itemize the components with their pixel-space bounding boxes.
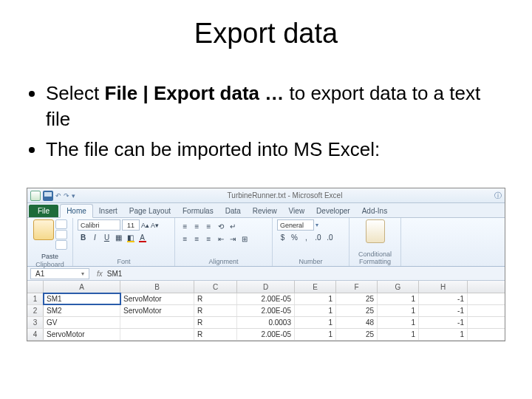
cell[interactable]: 25 [336, 305, 378, 316]
number-format-dropdown-icon[interactable]: ▾ [316, 222, 318, 228]
cell[interactable]: 1 [378, 305, 419, 316]
excel-titlebar: ↶ ↷ ▾ TurbineRunner.txt - Microsoft Exce… [27, 188, 505, 203]
name-box-dropdown-icon[interactable]: ▾ [81, 270, 84, 277]
select-all-cell[interactable] [27, 281, 44, 293]
cell[interactable]: 1 [295, 329, 336, 340]
col-D[interactable]: D [237, 281, 295, 293]
align-center-icon[interactable]: ≡ [191, 233, 202, 245]
cell[interactable]: ServoMotor [120, 305, 194, 316]
cell[interactable]: ServoMotor [120, 293, 194, 304]
qat-dropdown-icon[interactable]: ▾ [72, 192, 75, 200]
cell[interactable]: R [194, 293, 237, 304]
paste-label: Paste [41, 253, 58, 260]
decrease-indent-icon[interactable]: ⇤ [215, 233, 226, 245]
font-size-select[interactable]: 11 [122, 219, 140, 231]
wrap-text-icon[interactable]: ↵ [227, 221, 238, 232]
orientation-icon[interactable]: ⟲ [215, 221, 226, 232]
percent-icon[interactable]: % [289, 232, 300, 243]
increase-font-icon[interactable]: A▴ [141, 222, 149, 229]
row-number[interactable]: 4 [27, 329, 44, 340]
cell[interactable]: -1 [419, 293, 468, 304]
cell[interactable]: 48 [336, 317, 378, 328]
copy-icon[interactable] [55, 230, 67, 239]
cell[interactable]: SM1 [44, 293, 120, 304]
cut-icon[interactable] [55, 219, 67, 229]
save-icon[interactable] [43, 191, 53, 201]
cell[interactable]: SM2 [44, 305, 120, 316]
tab-home[interactable]: Home [60, 204, 93, 218]
decrease-font-icon[interactable]: A▾ [151, 222, 159, 229]
row-number[interactable]: 1 [27, 293, 44, 304]
tab-page-layout[interactable]: Page Layout [123, 205, 177, 217]
cell[interactable]: 1 [378, 293, 419, 304]
cell[interactable]: 1 [419, 329, 468, 340]
cell[interactable]: 1 [378, 317, 419, 328]
cell[interactable]: 2.00E-05 [237, 293, 295, 304]
row-number[interactable]: 2 [27, 305, 44, 316]
bold-button[interactable]: B [78, 232, 89, 243]
align-top-icon[interactable]: ≡ [180, 221, 191, 232]
row-number[interactable]: 3 [27, 317, 44, 328]
cell[interactable]: 2.00E-05 [237, 329, 295, 340]
undo-icon[interactable]: ↶ [55, 192, 61, 200]
help-icon[interactable]: ⓘ [494, 191, 502, 201]
col-H[interactable]: H [419, 281, 468, 293]
tab-file[interactable]: File [29, 205, 58, 217]
cell[interactable]: R [194, 329, 237, 340]
increase-indent-icon[interactable]: ⇥ [227, 233, 238, 245]
cell[interactable]: -1 [419, 305, 468, 316]
cell[interactable]: GV [44, 317, 120, 328]
currency-icon[interactable]: $ [277, 232, 288, 243]
cell[interactable]: R [194, 317, 237, 328]
comma-icon[interactable]: , [301, 232, 312, 243]
font-name-select[interactable]: Calibri [78, 219, 120, 231]
cell[interactable] [120, 329, 194, 340]
cell[interactable]: 25 [336, 329, 378, 340]
align-middle-icon[interactable]: ≡ [191, 221, 202, 232]
decrease-decimal-icon[interactable]: .0 [324, 232, 335, 243]
tab-insert[interactable]: Insert [93, 205, 123, 217]
increase-decimal-icon[interactable]: .0 [313, 232, 324, 243]
tab-review[interactable]: Review [247, 205, 283, 217]
cell[interactable]: 1 [295, 317, 336, 328]
format-painter-icon[interactable] [55, 240, 67, 250]
align-bottom-icon[interactable]: ≡ [203, 221, 214, 232]
cell[interactable]: R [194, 305, 237, 316]
cell[interactable]: ServoMotor [44, 329, 120, 340]
col-G[interactable]: G [378, 281, 419, 293]
name-box[interactable]: A1 ▾ [30, 268, 89, 279]
italic-button[interactable]: I [89, 232, 100, 243]
conditional-formatting-icon[interactable] [366, 219, 385, 243]
align-left-icon[interactable]: ≡ [180, 233, 191, 245]
fx-icon[interactable]: fx [97, 270, 103, 278]
align-right-icon[interactable]: ≡ [203, 233, 214, 245]
underline-button[interactable]: U [101, 232, 112, 243]
tab-view[interactable]: View [283, 205, 311, 217]
cell[interactable]: 0.0003 [237, 317, 295, 328]
merge-icon[interactable]: ⊞ [239, 233, 250, 245]
formula-value[interactable]: SM1 [107, 270, 123, 278]
cell[interactable]: 25 [336, 293, 378, 304]
col-E[interactable]: E [295, 281, 336, 293]
col-F[interactable]: F [336, 281, 378, 293]
tab-formulas[interactable]: Formulas [177, 205, 219, 217]
cell[interactable]: 1 [378, 329, 419, 340]
paste-icon[interactable] [33, 219, 54, 240]
border-icon[interactable]: ▦ [113, 232, 124, 243]
col-B[interactable]: B [120, 281, 194, 293]
col-C[interactable]: C [194, 281, 237, 293]
cell[interactable]: 1 [295, 293, 336, 304]
cell[interactable]: 1 [295, 305, 336, 316]
number-format-select[interactable]: General [277, 219, 314, 231]
table-row: 2SM2ServoMotorR2.00E-051251-1 [27, 305, 505, 317]
tab-add-ins[interactable]: Add-Ins [356, 205, 393, 217]
fill-color-icon[interactable]: ◧ [125, 232, 136, 243]
cell[interactable]: 2.00E-05 [237, 305, 295, 316]
cell[interactable] [120, 317, 194, 328]
tab-developer[interactable]: Developer [310, 205, 356, 217]
redo-icon[interactable]: ↷ [64, 192, 69, 200]
tab-data[interactable]: Data [219, 205, 247, 217]
font-color-icon[interactable]: A [137, 232, 148, 243]
col-A[interactable]: A [44, 281, 120, 293]
cell[interactable]: -1 [419, 317, 468, 328]
